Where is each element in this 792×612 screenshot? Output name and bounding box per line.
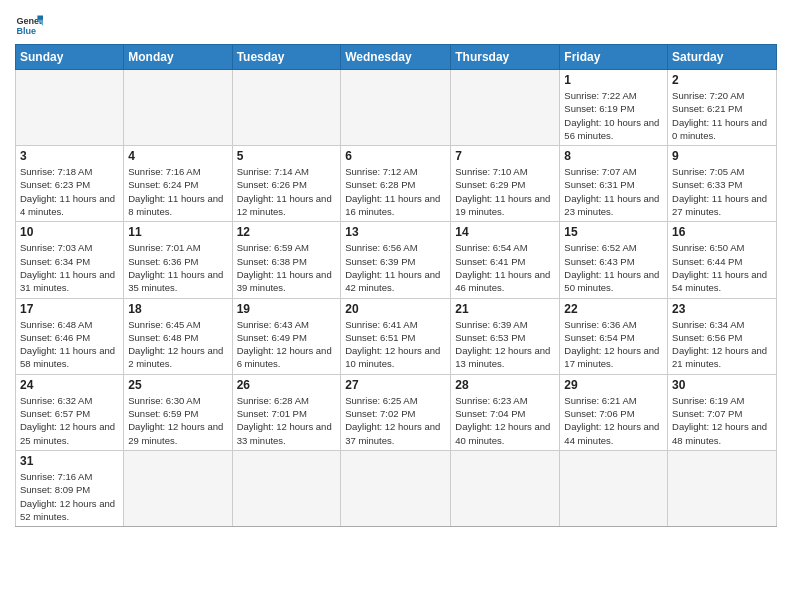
- calendar-day-cell: 15Sunrise: 6:52 AM Sunset: 6:43 PM Dayli…: [560, 222, 668, 298]
- day-info: Sunrise: 6:36 AM Sunset: 6:54 PM Dayligh…: [564, 318, 663, 371]
- calendar-day-cell: 17Sunrise: 6:48 AM Sunset: 6:46 PM Dayli…: [16, 298, 124, 374]
- day-number: 22: [564, 302, 663, 316]
- day-number: 14: [455, 225, 555, 239]
- day-info: Sunrise: 7:20 AM Sunset: 6:21 PM Dayligh…: [672, 89, 772, 142]
- day-info: Sunrise: 6:30 AM Sunset: 6:59 PM Dayligh…: [128, 394, 227, 447]
- day-number: 30: [672, 378, 772, 392]
- calendar-week-row: 24Sunrise: 6:32 AM Sunset: 6:57 PM Dayli…: [16, 374, 777, 450]
- day-number: 9: [672, 149, 772, 163]
- calendar-day-cell: [560, 450, 668, 526]
- day-number: 23: [672, 302, 772, 316]
- day-number: 21: [455, 302, 555, 316]
- day-info: Sunrise: 6:34 AM Sunset: 6:56 PM Dayligh…: [672, 318, 772, 371]
- day-info: Sunrise: 6:32 AM Sunset: 6:57 PM Dayligh…: [20, 394, 119, 447]
- day-info: Sunrise: 7:22 AM Sunset: 6:19 PM Dayligh…: [564, 89, 663, 142]
- day-info: Sunrise: 7:18 AM Sunset: 6:23 PM Dayligh…: [20, 165, 119, 218]
- day-number: 7: [455, 149, 555, 163]
- day-number: 3: [20, 149, 119, 163]
- day-info: Sunrise: 6:28 AM Sunset: 7:01 PM Dayligh…: [237, 394, 337, 447]
- day-info: Sunrise: 6:48 AM Sunset: 6:46 PM Dayligh…: [20, 318, 119, 371]
- calendar-day-cell: 26Sunrise: 6:28 AM Sunset: 7:01 PM Dayli…: [232, 374, 341, 450]
- day-number: 6: [345, 149, 446, 163]
- logo-icon: General Blue: [15, 10, 43, 38]
- day-info: Sunrise: 6:21 AM Sunset: 7:06 PM Dayligh…: [564, 394, 663, 447]
- calendar-day-cell: 31Sunrise: 7:16 AM Sunset: 8:09 PM Dayli…: [16, 450, 124, 526]
- weekday-header-friday: Friday: [560, 45, 668, 70]
- day-number: 20: [345, 302, 446, 316]
- calendar-day-cell: 5Sunrise: 7:14 AM Sunset: 6:26 PM Daylig…: [232, 146, 341, 222]
- calendar-day-cell: 18Sunrise: 6:45 AM Sunset: 6:48 PM Dayli…: [124, 298, 232, 374]
- day-info: Sunrise: 7:12 AM Sunset: 6:28 PM Dayligh…: [345, 165, 446, 218]
- day-info: Sunrise: 7:01 AM Sunset: 6:36 PM Dayligh…: [128, 241, 227, 294]
- day-number: 25: [128, 378, 227, 392]
- calendar-day-cell: 20Sunrise: 6:41 AM Sunset: 6:51 PM Dayli…: [341, 298, 451, 374]
- calendar-day-cell: 6Sunrise: 7:12 AM Sunset: 6:28 PM Daylig…: [341, 146, 451, 222]
- day-number: 4: [128, 149, 227, 163]
- calendar-day-cell: 11Sunrise: 7:01 AM Sunset: 6:36 PM Dayli…: [124, 222, 232, 298]
- calendar-day-cell: [451, 70, 560, 146]
- day-number: 28: [455, 378, 555, 392]
- calendar-week-row: 1Sunrise: 7:22 AM Sunset: 6:19 PM Daylig…: [16, 70, 777, 146]
- calendar-day-cell: [232, 450, 341, 526]
- day-number: 13: [345, 225, 446, 239]
- day-number: 11: [128, 225, 227, 239]
- day-info: Sunrise: 7:07 AM Sunset: 6:31 PM Dayligh…: [564, 165, 663, 218]
- day-info: Sunrise: 7:14 AM Sunset: 6:26 PM Dayligh…: [237, 165, 337, 218]
- header: General Blue: [15, 10, 777, 38]
- calendar-day-cell: 24Sunrise: 6:32 AM Sunset: 6:57 PM Dayli…: [16, 374, 124, 450]
- day-info: Sunrise: 6:50 AM Sunset: 6:44 PM Dayligh…: [672, 241, 772, 294]
- calendar-day-cell: 30Sunrise: 6:19 AM Sunset: 7:07 PM Dayli…: [668, 374, 777, 450]
- day-info: Sunrise: 6:41 AM Sunset: 6:51 PM Dayligh…: [345, 318, 446, 371]
- calendar-day-cell: 3Sunrise: 7:18 AM Sunset: 6:23 PM Daylig…: [16, 146, 124, 222]
- day-number: 31: [20, 454, 119, 468]
- calendar-week-row: 31Sunrise: 7:16 AM Sunset: 8:09 PM Dayli…: [16, 450, 777, 526]
- calendar-day-cell: 21Sunrise: 6:39 AM Sunset: 6:53 PM Dayli…: [451, 298, 560, 374]
- weekday-header-monday: Monday: [124, 45, 232, 70]
- day-number: 2: [672, 73, 772, 87]
- calendar-day-cell: [124, 450, 232, 526]
- calendar-week-row: 17Sunrise: 6:48 AM Sunset: 6:46 PM Dayli…: [16, 298, 777, 374]
- weekday-header-thursday: Thursday: [451, 45, 560, 70]
- day-number: 18: [128, 302, 227, 316]
- day-info: Sunrise: 6:45 AM Sunset: 6:48 PM Dayligh…: [128, 318, 227, 371]
- calendar-day-cell: 10Sunrise: 7:03 AM Sunset: 6:34 PM Dayli…: [16, 222, 124, 298]
- calendar-day-cell: [341, 450, 451, 526]
- calendar-day-cell: [341, 70, 451, 146]
- calendar-week-row: 10Sunrise: 7:03 AM Sunset: 6:34 PM Dayli…: [16, 222, 777, 298]
- weekday-header-tuesday: Tuesday: [232, 45, 341, 70]
- calendar-day-cell: 19Sunrise: 6:43 AM Sunset: 6:49 PM Dayli…: [232, 298, 341, 374]
- day-number: 15: [564, 225, 663, 239]
- calendar-day-cell: [451, 450, 560, 526]
- calendar-day-cell: 12Sunrise: 6:59 AM Sunset: 6:38 PM Dayli…: [232, 222, 341, 298]
- calendar-table: SundayMondayTuesdayWednesdayThursdayFrid…: [15, 44, 777, 527]
- calendar-day-cell: 23Sunrise: 6:34 AM Sunset: 6:56 PM Dayli…: [668, 298, 777, 374]
- calendar-day-cell: 4Sunrise: 7:16 AM Sunset: 6:24 PM Daylig…: [124, 146, 232, 222]
- calendar-day-cell: 28Sunrise: 6:23 AM Sunset: 7:04 PM Dayli…: [451, 374, 560, 450]
- svg-text:Blue: Blue: [16, 26, 36, 36]
- calendar-week-row: 3Sunrise: 7:18 AM Sunset: 6:23 PM Daylig…: [16, 146, 777, 222]
- calendar-day-cell: 29Sunrise: 6:21 AM Sunset: 7:06 PM Dayli…: [560, 374, 668, 450]
- day-number: 27: [345, 378, 446, 392]
- day-info: Sunrise: 7:10 AM Sunset: 6:29 PM Dayligh…: [455, 165, 555, 218]
- day-number: 17: [20, 302, 119, 316]
- day-info: Sunrise: 6:39 AM Sunset: 6:53 PM Dayligh…: [455, 318, 555, 371]
- calendar-day-cell: 25Sunrise: 6:30 AM Sunset: 6:59 PM Dayli…: [124, 374, 232, 450]
- calendar-day-cell: 16Sunrise: 6:50 AM Sunset: 6:44 PM Dayli…: [668, 222, 777, 298]
- calendar-day-cell: 8Sunrise: 7:07 AM Sunset: 6:31 PM Daylig…: [560, 146, 668, 222]
- day-number: 10: [20, 225, 119, 239]
- day-number: 26: [237, 378, 337, 392]
- calendar-day-cell: 14Sunrise: 6:54 AM Sunset: 6:41 PM Dayli…: [451, 222, 560, 298]
- day-info: Sunrise: 6:23 AM Sunset: 7:04 PM Dayligh…: [455, 394, 555, 447]
- day-info: Sunrise: 6:52 AM Sunset: 6:43 PM Dayligh…: [564, 241, 663, 294]
- day-info: Sunrise: 6:19 AM Sunset: 7:07 PM Dayligh…: [672, 394, 772, 447]
- calendar-day-cell: 13Sunrise: 6:56 AM Sunset: 6:39 PM Dayli…: [341, 222, 451, 298]
- calendar-day-cell: 2Sunrise: 7:20 AM Sunset: 6:21 PM Daylig…: [668, 70, 777, 146]
- day-number: 1: [564, 73, 663, 87]
- day-info: Sunrise: 6:54 AM Sunset: 6:41 PM Dayligh…: [455, 241, 555, 294]
- calendar-day-cell: [124, 70, 232, 146]
- day-info: Sunrise: 6:56 AM Sunset: 6:39 PM Dayligh…: [345, 241, 446, 294]
- calendar-day-cell: 7Sunrise: 7:10 AM Sunset: 6:29 PM Daylig…: [451, 146, 560, 222]
- calendar-day-cell: 22Sunrise: 6:36 AM Sunset: 6:54 PM Dayli…: [560, 298, 668, 374]
- calendar-day-cell: 9Sunrise: 7:05 AM Sunset: 6:33 PM Daylig…: [668, 146, 777, 222]
- calendar-day-cell: 27Sunrise: 6:25 AM Sunset: 7:02 PM Dayli…: [341, 374, 451, 450]
